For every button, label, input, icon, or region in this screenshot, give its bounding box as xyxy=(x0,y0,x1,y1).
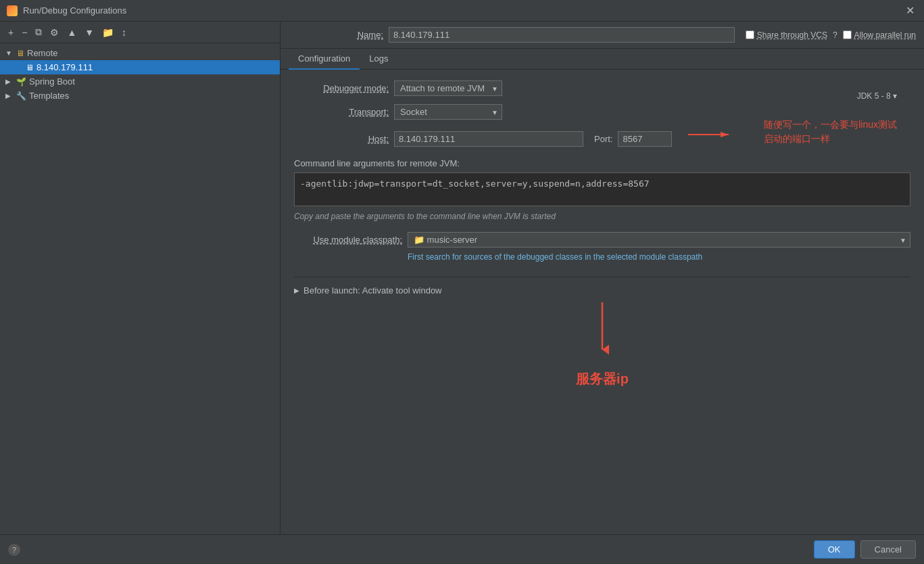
tree-item-spring-label: Spring Boot xyxy=(29,76,75,87)
name-row: Name: Share through VCS ? Allow parallel… xyxy=(281,22,924,49)
left-toolbar: + − ⧉ ⚙ ▲ ▼ 📁 ↕ xyxy=(0,22,280,43)
transport-wrapper: Socket Shared memory ▼ xyxy=(394,104,502,120)
remove-button[interactable]: − xyxy=(19,26,30,39)
cmd-args-label-row: Command line arguments for remote JVM: xyxy=(294,158,910,168)
parallel-run-label[interactable]: Allow parallel run xyxy=(843,30,916,40)
debugger-mode-wrapper: Attach to remote JVM Listen to remote JV… xyxy=(394,80,502,96)
jdk-label: JDK 5 - 8 ▾ xyxy=(857,91,897,101)
transport-select[interactable]: Socket Shared memory xyxy=(394,104,502,120)
host-label: Host: xyxy=(294,134,389,144)
cmd-args-box: -agentlib:jdwp=transport=dt_socket,serve… xyxy=(294,172,910,206)
name-label: Name: xyxy=(289,30,383,40)
arrow-spacer xyxy=(15,64,24,71)
tab-configuration[interactable]: Configuration xyxy=(289,49,360,70)
remote-folder-icon: 🖥 xyxy=(16,49,24,58)
debugger-mode-label: Debugger mode: xyxy=(294,83,389,93)
tree-item-templates[interactable]: ▶ 🔧 Templates xyxy=(0,89,280,103)
cancel-button[interactable]: Cancel xyxy=(860,540,916,559)
spring-icon: 🌱 xyxy=(16,77,26,87)
templates-arrow-icon: ▶ xyxy=(5,92,15,99)
name-input[interactable] xyxy=(389,27,735,43)
share-vcs-label[interactable]: Share through VCS xyxy=(746,30,827,40)
tree-item-spring-boot[interactable]: ▶ 🌱 Spring Boot xyxy=(0,74,280,89)
port-input[interactable] xyxy=(618,131,672,147)
red-arrow-svg xyxy=(688,128,742,148)
cmd-args-label: Command line arguments for remote JVM: xyxy=(294,158,460,168)
server-ip-annotation: 服务器ip xyxy=(576,370,629,388)
ok-button[interactable]: OK xyxy=(814,540,855,559)
arrow-icon: ▼ xyxy=(5,49,15,57)
add-button[interactable]: + xyxy=(5,26,16,39)
module-row: Use module classpath: 📁 music-server ▼ xyxy=(294,232,910,248)
before-launch-section: ▶ Before launch: Activate tool window xyxy=(294,277,910,296)
before-launch-arrow: ▶ xyxy=(294,287,299,294)
share-vcs-checkbox[interactable] xyxy=(746,30,754,39)
debugger-mode-select[interactable]: Attach to remote JVM Listen to remote JV… xyxy=(394,80,502,96)
tree-item-remote-ip[interactable]: 🖥 8.140.179.111 xyxy=(0,60,280,74)
close-button[interactable]: ✕ xyxy=(903,4,917,17)
config-content: JDK 5 - 8 ▾ Debugger mode: Attach to rem… xyxy=(294,80,910,388)
annotation-block: 随便写一个，一会要与linux测试 启动的端口一样 xyxy=(764,118,897,146)
window-title: Run/Debug Configurations xyxy=(23,5,126,16)
annotation-line2: 启动的端口一样 xyxy=(764,132,897,146)
copy-hint: Copy and paste the arguments to the comm… xyxy=(294,212,910,221)
jdk-dropdown[interactable]: JDK 5 - 8 ▾ xyxy=(857,91,897,101)
bottom-bar: ? OK Cancel xyxy=(0,534,924,564)
module-hint: First search for sources of the debugged… xyxy=(408,252,910,263)
module-select-wrapper: 📁 music-server ▼ xyxy=(408,232,910,248)
tree-area: ▼ 🖥 Remote 🖥 8.140.179.111 ▶ 🌱 Spring Bo… xyxy=(0,43,280,534)
remote-ip-icon: 🖥 xyxy=(26,63,34,72)
down-button[interactable]: ▼ xyxy=(82,26,97,39)
templates-icon: 🔧 xyxy=(16,91,26,101)
tree-item-remote-group-label: Remote xyxy=(27,48,58,58)
share-help-icon: ? xyxy=(833,30,837,40)
tree-item-templates-label: Templates xyxy=(29,91,69,101)
module-select[interactable]: 📁 music-server xyxy=(408,232,910,248)
tree-item-remote-ip-label: 8.140.179.111 xyxy=(37,62,93,72)
annotation-line1: 随便写一个，一会要与linux测试 xyxy=(764,118,897,132)
tab-logs[interactable]: Logs xyxy=(360,49,397,70)
tree-item-remote-group[interactable]: ▼ 🖥 Remote xyxy=(0,46,280,60)
parallel-run-checkbox[interactable] xyxy=(843,30,852,39)
top-right-options: Share through VCS ? Allow parallel run xyxy=(746,30,916,40)
down-arrow-svg xyxy=(592,302,612,356)
arrow-container xyxy=(688,128,742,150)
before-launch-label: Before launch: Activate tool window xyxy=(303,285,442,296)
debugger-mode-row: Debugger mode: Attach to remote JVM List… xyxy=(294,80,910,96)
server-ip-block: 服务器ip xyxy=(294,302,910,388)
spring-arrow-icon: ▶ xyxy=(5,78,15,85)
copy-button[interactable]: ⧉ xyxy=(32,25,45,39)
up-button[interactable]: ▲ xyxy=(64,26,79,39)
app-icon xyxy=(7,5,18,16)
sort-button[interactable]: ↕ xyxy=(119,26,129,39)
port-label: Port: xyxy=(594,134,612,144)
tabs-bar: Configuration Logs xyxy=(281,49,924,70)
module-label: Use module classpath: xyxy=(294,235,402,245)
host-input[interactable] xyxy=(394,131,583,147)
transport-label: Transport: xyxy=(294,107,389,117)
settings-button[interactable]: ⚙ xyxy=(47,26,62,39)
help-button[interactable]: ? xyxy=(8,544,20,556)
config-panel: JDK 5 - 8 ▾ Debugger mode: Attach to rem… xyxy=(281,70,924,534)
folder-button[interactable]: 📁 xyxy=(99,26,116,39)
before-launch-header[interactable]: ▶ Before launch: Activate tool window xyxy=(294,285,910,296)
